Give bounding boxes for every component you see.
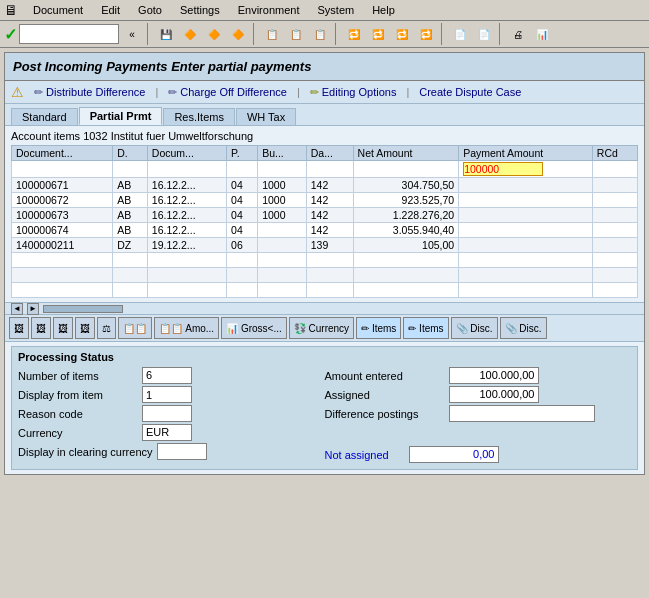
label-num-items: Number of items <box>18 370 138 382</box>
t8[interactable]: 🔁 <box>367 23 389 45</box>
menu-help[interactable]: Help <box>369 3 398 17</box>
table-row[interactable]: 100000673AB16.12.2...0410001421.228.276,… <box>12 208 638 223</box>
cell-payment[interactable] <box>459 223 593 238</box>
btn-5[interactable]: ⚖ <box>97 317 116 339</box>
menu-edit[interactable]: Edit <box>98 3 123 17</box>
processing-status-section: Processing Status Number of items 6 Disp… <box>11 346 638 470</box>
label-assigned: Assigned <box>325 389 445 401</box>
col-payment-amount: Payment Amount <box>459 146 593 161</box>
t5[interactable]: 📋 <box>285 23 307 45</box>
distribute-difference-btn[interactable]: ✏ Distribute Difference <box>32 85 147 100</box>
t4[interactable]: 📋 <box>261 23 283 45</box>
btn-items-1[interactable]: ✏ Items <box>356 317 401 339</box>
t2[interactable]: 🔶 <box>203 23 225 45</box>
charge-off-difference-btn[interactable]: ✏ Charge Off Difference <box>166 85 289 100</box>
field-empty <box>325 424 632 444</box>
input-difference[interactable] <box>449 405 595 422</box>
cell-payment[interactable] <box>459 161 593 178</box>
input-display-from[interactable] <box>142 386 192 403</box>
editing-options-btn[interactable]: ✏ Editing Options <box>308 85 399 100</box>
cell-rcd <box>592 161 637 178</box>
menu-system[interactable]: System <box>314 3 357 17</box>
btn-1[interactable]: 🖼 <box>9 317 29 339</box>
bottom-toolbar: 🖼 🖼 🖼 🖼 ⚖ 📋📋 📋📋 Amo... 📊 Gross<... 💱 Cur… <box>5 314 644 342</box>
t7[interactable]: 🔁 <box>343 23 365 45</box>
scroll-right[interactable]: ► <box>27 303 39 315</box>
col-d: D. <box>113 146 148 161</box>
table-row[interactable]: 100000670AB16.12.2...041000142155.534,50 <box>12 161 638 178</box>
t14[interactable]: 📊 <box>531 23 553 45</box>
menu-settings[interactable]: Settings <box>177 3 223 17</box>
cell-2: 16.12.2... <box>147 208 226 223</box>
label-display-from: Display from item <box>18 389 138 401</box>
btn-3[interactable]: 🖼 <box>53 317 73 339</box>
save-btn[interactable]: 💾 <box>155 23 177 45</box>
command-input[interactable] <box>19 24 119 44</box>
label-not-assigned: Not assigned <box>325 449 405 461</box>
t12[interactable]: 📄 <box>473 23 495 45</box>
empty-cell-7 <box>459 253 593 268</box>
btn-gross[interactable]: 📊 Gross<... <box>221 317 287 339</box>
scroll-track[interactable] <box>43 305 123 313</box>
table-row[interactable]: 100000672AB16.12.2...041000142923.525,70 <box>12 193 638 208</box>
field-reason-code: Reason code <box>18 405 325 422</box>
scroll-left[interactable]: ◄ <box>11 303 23 315</box>
payment-amount-input[interactable] <box>463 162 543 176</box>
tab-wh-tax[interactable]: WH Tax <box>236 108 296 125</box>
cell-5: 142 <box>306 208 353 223</box>
input-clearing-currency[interactable] <box>157 443 207 460</box>
tab-standard[interactable]: Standard <box>11 108 78 125</box>
menu-environment[interactable]: Environment <box>235 3 303 17</box>
empty-cell-4 <box>258 268 307 283</box>
back-arrow[interactable]: « <box>121 23 143 45</box>
label-currency: Currency <box>18 427 138 439</box>
input-reason-code[interactable] <box>142 405 192 422</box>
btn-currency[interactable]: 💱 Currency <box>289 317 354 339</box>
tab-res-items[interactable]: Res.Items <box>163 108 235 125</box>
cell-payment[interactable] <box>459 208 593 223</box>
processing-grid: Number of items 6 Display from item Reas… <box>18 367 631 465</box>
btn-disc-1[interactable]: 📎 Disc. <box>451 317 498 339</box>
cell-4 <box>258 238 307 253</box>
section-header: Account items 1032 Institut fuer Umweltf… <box>11 130 638 142</box>
value-amount-entered: 100.000,00 <box>449 367 539 384</box>
table-row[interactable]: 100000674AB16.12.2...041423.055.940,40 <box>12 223 638 238</box>
menu-goto[interactable]: Goto <box>135 3 165 17</box>
menu-document[interactable]: Document <box>30 3 86 17</box>
col-p: P. <box>227 146 258 161</box>
tab-partial-prmt[interactable]: Partial Prmt <box>79 107 163 125</box>
table-row[interactable]: 100000671AB16.12.2...041000142304.750,50 <box>12 178 638 193</box>
btn-2[interactable]: 🖼 <box>31 317 51 339</box>
cell-0: 100000670 <box>12 161 113 178</box>
empty-cell-5 <box>306 253 353 268</box>
empty-cell-3 <box>227 253 258 268</box>
btn-4[interactable]: 🖼 <box>75 317 95 339</box>
t6[interactable]: 📋 <box>309 23 331 45</box>
btn-items-2[interactable]: ✏ Items <box>403 317 448 339</box>
btn-disc-2[interactable]: 📎 Disc. <box>500 317 547 339</box>
col-document: Document... <box>12 146 113 161</box>
cell-4: 1000 <box>258 208 307 223</box>
t13[interactable]: 🖨 <box>507 23 529 45</box>
t11[interactable]: 📄 <box>449 23 471 45</box>
value-assigned: 100.000,00 <box>449 386 539 403</box>
table-row[interactable]: 1400000211DZ19.12.2...06139105,00 <box>12 238 638 253</box>
cell-payment[interactable] <box>459 178 593 193</box>
t3[interactable]: 🔶 <box>227 23 249 45</box>
btn-6[interactable]: 📋📋 <box>118 317 152 339</box>
empty-cell-6 <box>353 283 459 298</box>
t10[interactable]: 🔁 <box>415 23 437 45</box>
cell-payment[interactable] <box>459 193 593 208</box>
cell-4: 1000 <box>258 193 307 208</box>
col-rcd: RCd <box>592 146 637 161</box>
cell-payment[interactable] <box>459 238 593 253</box>
empty-cell-5 <box>306 268 353 283</box>
cell-0: 100000673 <box>12 208 113 223</box>
value-currency: EUR <box>142 424 192 441</box>
t1[interactable]: 🔶 <box>179 23 201 45</box>
table-row-empty <box>12 268 638 283</box>
create-dispute-btn[interactable]: Create Dispute Case <box>417 85 523 99</box>
t9[interactable]: 🔁 <box>391 23 413 45</box>
separator-4 <box>441 23 445 45</box>
btn-amo[interactable]: 📋📋 Amo... <box>154 317 219 339</box>
